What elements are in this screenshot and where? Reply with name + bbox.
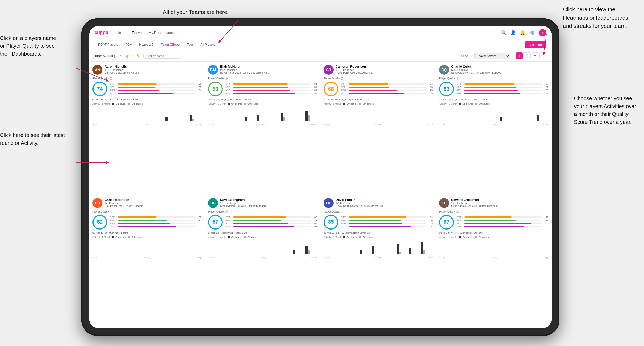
player-name[interactable]: David Ford ✓ <box>336 198 433 202</box>
grid-view-button[interactable]: ⊞ <box>516 52 523 59</box>
list-view-button[interactable]: ☰ <box>524 52 531 59</box>
player-handicap: 1-5 Handicap <box>451 202 548 205</box>
activity-section: Activity · 1 Month On course Off course <box>324 236 433 259</box>
player-avatar[interactable]: DB <box>208 198 218 208</box>
stat-row-app: APP 85 <box>225 86 317 88</box>
quality-section[interactable]: 83 OTT 77 APP 80 ARG <box>439 82 548 96</box>
activity-chart <box>324 239 433 255</box>
quality-section[interactable]: 87 OTT 73 APP 79 ARG <box>439 215 548 230</box>
stat-bar <box>349 226 411 227</box>
add-team-button[interactable]: Add Team <box>525 41 546 48</box>
stat-row-putt: PUTT 85 <box>341 92 433 95</box>
round-text: 03 Mar 23 | 19, Must make putting → <box>92 232 131 234</box>
stat-label-app: APP <box>341 219 348 222</box>
player-name[interactable]: Edward Crossman ✓ <box>451 198 548 202</box>
search-icon[interactable]: 🔍 <box>501 30 506 35</box>
stat-bar <box>349 216 406 218</box>
nav-home[interactable]: Home <box>116 31 126 35</box>
player-avatar[interactable]: EC <box>439 198 449 208</box>
stat-bar <box>464 93 520 94</box>
stat-bar-container <box>233 83 311 85</box>
nav-teams[interactable]: Teams <box>132 31 142 35</box>
quality-section[interactable]: 74 OTT 60 APP 58 ARG <box>92 82 201 96</box>
chart-bar-group <box>257 115 268 121</box>
round-link[interactable]: 07 Aug 23 | 77 (+7), St George's Hill GC… <box>439 98 548 101</box>
player-header: EC Edward Crossman ✓ 1-5 Handicap Sunnin… <box>439 198 548 208</box>
player-name[interactable]: Aaron Nicholls <box>105 65 201 68</box>
brand-logo: clippd <box>95 30 108 35</box>
player-header: CQ Charlie Quick ✓ 6-10 Handicap St. Geo… <box>439 65 548 75</box>
teams-annotation: All of your Teams are here. <box>163 8 229 16</box>
tab-team-clippd[interactable]: Team Clippd <box>157 39 183 50</box>
chart-bar-group <box>421 242 433 254</box>
nav-performance[interactable]: My Performance <box>149 31 174 35</box>
player-name[interactable]: Blair McHarg ✓ <box>220 65 317 68</box>
player-name[interactable]: Dave Billingham ✓ <box>220 198 317 202</box>
quality-section[interactable]: 85 OTT 89 APP 80 ARG <box>324 215 433 230</box>
quality-section[interactable]: 87 OTT 82 APP 74 ARG <box>208 215 317 230</box>
player-card: BM Blair McHarg ✓ Plus Handicap Royal No… <box>205 62 320 195</box>
filter-button[interactable]: ▼ <box>532 52 538 59</box>
show-select[interactable]: Player Activity Quality Score Trend <box>474 53 510 59</box>
quality-section[interactable]: 68 OTT 61 APP 63 ARG <box>324 82 433 96</box>
stat-row-arg: ARG 88 <box>225 89 317 92</box>
avatar[interactable]: A <box>539 29 546 36</box>
round-link[interactable]: 02 Sep 23 | Sunrise round to get back in… <box>92 98 201 101</box>
tab-pgat[interactable]: PGAT Players <box>95 39 122 50</box>
player-avatar[interactable]: DF <box>324 198 334 208</box>
stat-bar <box>233 90 290 91</box>
round-link[interactable]: 18 Jul 23 | 74 (+4), Sunningdale GC - Ol… <box>439 232 548 234</box>
off-course-label: Off course <box>363 103 374 105</box>
bell-icon[interactable]: 🔔 <box>520 30 525 35</box>
stat-value-putt: 91 <box>196 225 201 228</box>
round-link[interactable]: 04 Sep 23 | Mobility with coach, Gym → <box>208 232 317 234</box>
stat-label-putt: PUTT <box>110 92 117 95</box>
player-avatar[interactable]: CR <box>324 65 334 75</box>
quality-section[interactable]: 93 OTT 84 APP 85 ARG <box>208 82 317 96</box>
player-card: EC Edward Crossman ✓ 1-5 Handicap Sunnin… <box>436 195 552 328</box>
date-mid: 21 Aug <box>375 123 381 125</box>
profile-icon[interactable]: 👤 <box>511 30 516 35</box>
tab-hcaps[interactable]: Hcaps 1-5 <box>136 39 157 50</box>
player-name[interactable]: Charlie Quick ✓ <box>451 65 548 68</box>
tab-pga[interactable]: PGA <box>122 39 136 50</box>
player-avatar[interactable]: AN <box>92 65 102 75</box>
stat-bar <box>349 93 404 94</box>
player-name[interactable]: Chris Robertson <box>105 198 201 202</box>
stat-value-app: 74 <box>312 219 317 222</box>
player-avatar[interactable]: CR <box>92 198 102 208</box>
stat-bar-container <box>118 216 195 218</box>
quality-circle[interactable]: 74 <box>92 82 107 96</box>
activity-label: Activity · 1 Month On course Off course <box>324 236 433 238</box>
date-mid: 21 Aug <box>259 123 266 125</box>
quality-circle[interactable]: 68 <box>324 82 338 96</box>
settings-icon[interactable]: ⚙️ <box>529 30 535 35</box>
round-link[interactable]: 26 Aug 23 | 84 (+12), Royal North Devon … <box>324 232 433 234</box>
filter-input[interactable] <box>143 53 180 59</box>
player-header: AN Aaron Nicholls 11-15 Handicap Drift G… <box>92 65 201 75</box>
chart-dates: 31 Jul 21 Aug 4 Sep <box>92 123 201 125</box>
chart-bar-group <box>281 113 293 121</box>
chart-bar-group <box>165 117 177 121</box>
quality-section[interactable]: 82 OTT 60 APP 77 ARG <box>92 215 201 230</box>
on-course-legend <box>343 103 345 105</box>
stat-label-arg: ARG <box>225 222 232 225</box>
stat-row-ott: OTT 77 <box>456 83 548 85</box>
tab-all-players[interactable]: All Players <box>197 39 219 50</box>
player-avatar[interactable]: BM <box>208 65 218 75</box>
quality-circle[interactable]: 83 <box>439 82 454 96</box>
quality-circle[interactable]: 93 <box>208 82 223 96</box>
round-link[interactable]: 02 Jul 23 | 59 (+17), Craigmillar Park G… <box>324 98 433 101</box>
stat-bar-container <box>464 93 542 94</box>
player-name[interactable]: Cameron Robertson <box>336 65 433 68</box>
round-link[interactable]: 03 Mar 23 | 19, Must make putting → <box>92 232 201 234</box>
quality-circle[interactable]: 87 <box>208 215 223 230</box>
tab-tour[interactable]: Tour <box>183 39 197 50</box>
edit-icon[interactable]: ✏️ <box>136 54 140 58</box>
quality-circle[interactable]: 87 <box>439 215 454 230</box>
sort-button[interactable]: ↕ <box>539 52 546 59</box>
round-link[interactable]: 26 Aug 23 | 73 (+1), Royal North Devon G… <box>208 98 317 101</box>
quality-circle[interactable]: 85 <box>324 215 338 230</box>
player-avatar[interactable]: CQ <box>439 65 449 75</box>
quality-circle[interactable]: 82 <box>92 215 107 230</box>
